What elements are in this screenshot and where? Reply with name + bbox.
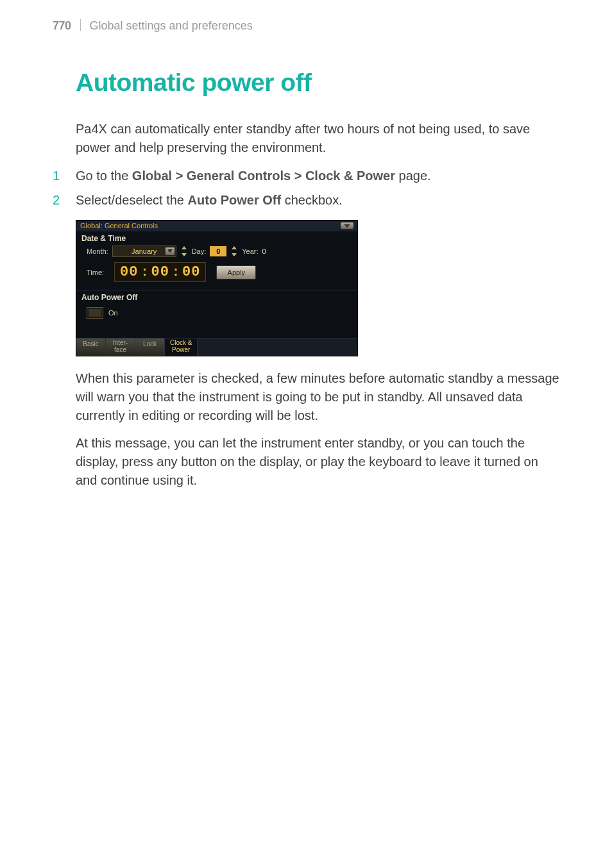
time-minutes: 00 (151, 264, 169, 280)
option-name: Auto Power Off (188, 193, 282, 207)
month-stepper-icon[interactable] (180, 246, 188, 256)
month-value: January (132, 247, 157, 255)
step-2: 2 Select/deselect the Auto Power Off che… (53, 190, 559, 210)
step-text-pre: Select/deselect the (76, 193, 188, 207)
auto-power-off-on-label: On (108, 309, 118, 317)
intro-paragraph: Pa4X can automatically enter standby aft… (76, 120, 559, 157)
page-number: 770 (53, 19, 71, 33)
screenshot-titlebar: Global: General Controls (76, 221, 357, 231)
time-label: Time: (87, 269, 104, 276)
step-number: 1 (53, 166, 76, 185)
time-seconds: 00 (182, 264, 200, 280)
step-text-pre: Go to the (76, 169, 132, 183)
date-time-section-label: Date & Time (76, 231, 357, 244)
tab-lock[interactable]: Lock (135, 338, 165, 356)
body-paragraph: When this parameter is checked, a few mi… (76, 369, 559, 425)
page-header: 770 Global settings and preferences (53, 18, 559, 33)
step-number: 2 (53, 190, 76, 210)
page-title: Automatic power off (76, 69, 559, 97)
auto-power-off-checkbox[interactable] (87, 307, 103, 319)
step-1: 1 Go to the Global > General Controls > … (53, 166, 559, 185)
screenshot-tabs: Basic Inter- face Lock Clock & Power (76, 338, 357, 356)
step-text-post: page. (395, 169, 431, 183)
year-label: Year: (242, 247, 258, 255)
time-colon: : (169, 265, 182, 280)
day-field[interactable]: 0 (210, 246, 226, 256)
time-colon: : (139, 265, 151, 280)
body-paragraph: At this message, you can let the instrum… (76, 434, 559, 490)
year-value: 0 (262, 247, 266, 255)
header-divider (80, 19, 81, 31)
menu-path: Global > General Controls > Clock & Powe… (132, 169, 395, 183)
dropdown-menu-icon[interactable] (341, 222, 353, 229)
tab-clock-power[interactable]: Clock & Power (165, 338, 198, 356)
chevron-down-icon (166, 247, 174, 255)
month-select[interactable]: January (112, 246, 176, 257)
step-text-post: checkbox. (281, 193, 343, 207)
screenshot-title: Global: General Controls (80, 222, 158, 230)
time-hours: 00 (120, 264, 138, 280)
day-label: Day: (192, 247, 207, 255)
month-label: Month: (87, 247, 108, 255)
day-stepper-icon[interactable] (230, 246, 238, 256)
tab-basic[interactable]: Basic (76, 338, 106, 356)
time-field[interactable]: 00 : 00 : 00 (114, 262, 206, 282)
section-title: Global settings and preferences (90, 19, 253, 33)
tab-interface[interactable]: Inter- face (106, 338, 135, 356)
device-screenshot: Global: General Controls Date & Time Mon… (76, 220, 358, 356)
auto-power-off-section-label: Auto Power Off (76, 290, 357, 303)
steps-list: 1 Go to the Global > General Controls > … (53, 166, 559, 210)
apply-button[interactable]: Apply (216, 265, 256, 280)
